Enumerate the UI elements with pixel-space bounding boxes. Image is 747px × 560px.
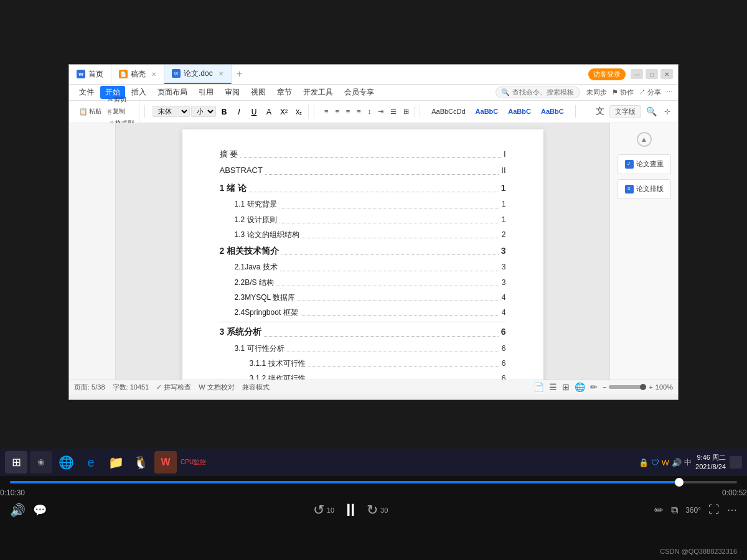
zoom-in-btn[interactable]: +	[649, 383, 652, 391]
table-btn[interactable]: ⊞	[401, 106, 411, 117]
copy-btn[interactable]: ⎘ 复制	[105, 106, 136, 117]
start-btn[interactable]: ⊞	[5, 451, 27, 474]
toc-row-ch3: 3 系统分析 6	[220, 325, 506, 338]
more-btn[interactable]: ⋯	[666, 88, 673, 96]
menu-member[interactable]: 会员专享	[339, 86, 379, 99]
menu-search-box[interactable]: 🔍	[496, 86, 580, 98]
underline-btn[interactable]: U	[247, 105, 261, 119]
rewind-btn[interactable]: ↺ 10	[313, 502, 334, 518]
menu-review[interactable]: 审阅	[220, 86, 245, 99]
forward-btn[interactable]: ↻ 30	[367, 502, 388, 518]
tab-draft[interactable]: 📄 稿壳 ✕	[111, 65, 164, 84]
taskbar-folder[interactable]: 📁	[105, 451, 127, 474]
font-selector[interactable]: 宋体	[153, 106, 190, 117]
clock-date: 2021/8/24	[695, 462, 726, 472]
taskbar-wps[interactable]: W	[154, 451, 177, 474]
text-mode-label[interactable]: 文字版	[609, 105, 641, 118]
paste-btn[interactable]: 📋 粘贴	[77, 106, 104, 117]
doc-content[interactable]: 摘 要 I ABSTRACT II 1 绪 论 1	[116, 123, 609, 380]
share-btn[interactable]: ↗ 分享	[639, 88, 661, 97]
toc-page: 3	[502, 261, 506, 273]
scroll-top-btn[interactable]: ▲	[637, 132, 652, 147]
view-icon-page[interactable]: 📄	[533, 382, 544, 392]
toc-row-zhaiyao: 摘 要 I	[220, 148, 506, 161]
sync-btn[interactable]: 未同步	[586, 88, 607, 97]
tab-doc[interactable]: W 论文.doc ✕	[164, 65, 232, 84]
paper-check-btn[interactable]: ✓ 论文查重	[618, 154, 671, 174]
menu-right-actions: 未同步 ⚑ 协作 ↗ 分享 ⋯	[586, 88, 673, 97]
toc-page: 6	[501, 325, 506, 338]
view-icon-edit[interactable]: ✏	[590, 382, 598, 392]
indent-btn[interactable]: ⇥	[375, 106, 386, 117]
menu-view[interactable]: 视图	[246, 86, 271, 99]
taskbar-app1[interactable]: 🐧	[129, 451, 152, 474]
show-desktop-btn[interactable]	[730, 456, 742, 469]
user-login-btn[interactable]: 访客登录	[588, 68, 626, 80]
toc-row-2-2: 2.2B/S 结构 3	[220, 277, 506, 289]
align-right-btn[interactable]: ≡	[344, 106, 352, 116]
menu-layout[interactable]: 页面布局	[153, 86, 192, 99]
superscript-btn[interactable]: X²	[277, 105, 291, 119]
vr-btn[interactable]: 360°	[685, 506, 701, 515]
tray-icon-1: 🔒	[639, 458, 649, 467]
list-btn[interactable]: ☰	[388, 106, 399, 117]
tab-home[interactable]: W 首页	[69, 65, 111, 84]
more-options-btn[interactable]: ⋯	[727, 504, 737, 516]
menu-section[interactable]: 章节	[272, 86, 297, 99]
writing-mode-btn[interactable]: 文	[593, 105, 607, 118]
volume-btn[interactable]: 🔊	[10, 503, 26, 518]
maximize-btn[interactable]: □	[646, 69, 658, 79]
close-window-btn[interactable]: ✕	[660, 69, 673, 79]
taskbar-edge[interactable]: e	[80, 451, 102, 474]
justify-btn[interactable]: ≡	[354, 106, 363, 116]
paper-layout-btn[interactable]: ≡ 论文排版	[618, 179, 671, 199]
style-h3[interactable]: AaBbC	[537, 106, 568, 116]
menu-ref[interactable]: 引用	[194, 86, 218, 99]
subscript-btn[interactable]: X₂	[292, 105, 306, 119]
view-icon-grid[interactable]: ⊞	[562, 382, 570, 392]
zoom-slider[interactable]	[609, 385, 646, 389]
rewind-icon: ↺	[313, 502, 324, 518]
zoom-out-btn[interactable]: −	[603, 383, 606, 391]
paste-label: 粘贴	[89, 107, 101, 116]
font-size-selector[interactable]: 小三	[191, 106, 216, 117]
find-replace-btn[interactable]: 🔍	[644, 105, 659, 118]
fullscreen-btn[interactable]: ⛶	[708, 503, 720, 516]
doc-compare[interactable]: W 文档校对	[199, 383, 234, 392]
toc-text: 3.1.2 操作可行性	[250, 373, 306, 380]
menu-dev[interactable]: 开发工具	[298, 86, 338, 99]
align-center-btn[interactable]: ≡	[332, 106, 341, 116]
font-color-btn[interactable]: A	[262, 105, 276, 119]
toc-page: I	[504, 148, 506, 161]
zoom-thumb	[640, 384, 646, 390]
taskbar-search[interactable]: ❀	[30, 451, 52, 474]
tab-add-btn[interactable]: +	[232, 68, 247, 80]
pip-btn[interactable]: ⧉	[671, 505, 678, 516]
collab-btn[interactable]: ⚑ 协作	[612, 88, 634, 97]
view-icon-outline[interactable]: ☰	[549, 382, 557, 392]
captions-btn[interactable]: 💬	[33, 503, 47, 517]
tab-draft-label: 稿壳	[131, 69, 146, 80]
cut-btn[interactable]: ✂ 剪切	[105, 94, 136, 105]
wps-icon: W	[161, 457, 170, 468]
minimize-btn[interactable]: —	[631, 69, 643, 79]
align-left-btn[interactable]: ≡	[322, 106, 331, 116]
select-btn[interactable]: ⊹	[662, 106, 673, 117]
spell-check[interactable]: ✓ 拼写检查	[156, 383, 191, 392]
toc-text: 3 系统分析	[220, 325, 262, 338]
style-normal[interactable]: AaBbCcDd	[428, 106, 469, 116]
play-pause-btn[interactable]: ⏸	[342, 500, 359, 520]
toc-dots	[298, 292, 499, 301]
bold-btn[interactable]: B	[217, 105, 231, 119]
italic-btn[interactable]: I	[232, 105, 246, 119]
progress-bar[interactable]	[10, 481, 737, 483]
view-icon-web[interactable]: 🌐	[575, 382, 585, 392]
tab-draft-close[interactable]: ✕	[151, 71, 156, 78]
tab-doc-close[interactable]: ✕	[218, 70, 223, 77]
line-spacing-btn[interactable]: ↕	[365, 106, 374, 116]
taskbar-ie[interactable]: 🌐	[55, 451, 77, 474]
style-h1[interactable]: AaBbC	[472, 106, 502, 116]
style-h2[interactable]: AaBbC	[504, 106, 535, 116]
menu-search-input[interactable]	[512, 88, 575, 96]
draw-btn[interactable]: ✏	[654, 503, 664, 517]
